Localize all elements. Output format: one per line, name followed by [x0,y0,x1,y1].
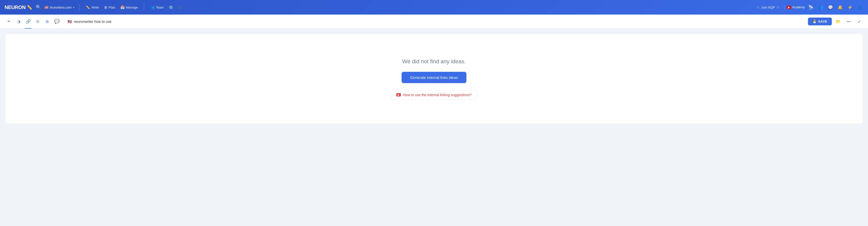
user-avatar-icon[interactable]: 👤 [856,4,864,11]
nav-right-divider [784,5,784,10]
star-icon: ☆ [756,5,760,9]
generate-btn-label: Generate internal links ideas [410,75,458,79]
youtube-play-icon: ▶ [396,93,401,96]
toolbar-separator [64,18,65,25]
chat-icon[interactable]: 💬 [827,4,834,11]
activity-icon[interactable]: ⚡ [846,4,854,11]
approve-icon[interactable]: ✓ [855,17,864,26]
users-icon[interactable]: 👥 [817,4,824,11]
top-navigation: NEURON ✏️ 🔍 🇺🇸 brunofaria.com ▾ ✏️ Write… [0,0,868,14]
toolbar-chat-icon[interactable]: 💬 [52,17,61,26]
star-filled-icon: ☆ [776,5,780,9]
main-content-area: We did not find any ideas. Generate inte… [0,29,868,226]
domain-selector[interactable]: 🇺🇸 brunofaria.com ▾ [44,5,74,9]
toolbar-feather-icon[interactable]: ✒ [4,17,13,26]
nav-divider-2 [144,4,144,11]
nav-item-write[interactable]: ✏️ Write [83,4,101,11]
editor-toolbar: ✒ ◑ 🔗 ⊞ G 💬 🇺🇸 neuronwriter how to use 💾… [0,14,868,29]
toolbar-page-flag: 🇺🇸 [68,20,72,24]
toolbar-page-title: neuronwriter how to use [74,20,111,24]
write-icon: ✏️ [86,5,90,9]
academy-label: Academy [792,5,805,9]
nav-item-write-label: Write [91,5,99,9]
nav-right-section: ☆ Join NQP ☆ ▶ Academy 📡 👥 💬 🔔 ⚡ 👤 [754,4,864,11]
toolbar-pie-icon[interactable]: ◑ [14,17,23,26]
nav-item-settings[interactable]: ⚙️ [166,4,176,11]
more-options-icon[interactable]: ••• [844,17,853,26]
save-icon: 💾 [812,20,817,23]
broadcast-icon[interactable]: 📡 [807,4,814,11]
logo-text: NEURON [4,4,26,10]
notification-icon[interactable]: 🔔 [837,4,844,11]
check-icon: ✔️ [178,5,182,9]
youtube-icon: ▶ [787,6,791,9]
plan-icon: ⊞ [104,5,107,9]
settings-icon: ⚙️ [169,5,173,9]
manage-icon: 📅 [120,5,125,9]
logo[interactable]: NEURON ✏️ [4,4,32,10]
folder-icon[interactable]: 📁 [834,17,842,26]
search-icon[interactable]: 🔍 [36,4,41,10]
nav-item-check[interactable]: ✔️ [176,4,185,11]
save-label: SAVE [818,20,827,23]
no-ideas-message: We did not find any ideas. [402,58,466,65]
join-nqp-label: Join NQP [761,5,775,9]
toolbar-right-actions: 💾 SAVE 📁 ••• ✓ [808,17,864,26]
how-to-video-link[interactable]: ▶ How to use the internal linking sugges… [391,90,477,100]
toolbar-page-title-section: 🇺🇸 neuronwriter how to use [68,20,111,24]
join-nqp-button[interactable]: ☆ Join NQP ☆ [754,4,782,10]
domain-text: brunofaria.com [50,5,72,9]
team-icon: 👥 [150,5,154,9]
domain-flag: 🇺🇸 [44,5,49,9]
nav-item-plan[interactable]: ⊞ Plan [102,4,118,11]
logo-icon: ✏️ [27,4,32,10]
domain-chevron-icon: ▾ [73,6,74,9]
toolbar-grid-icon[interactable]: ⊞ [33,17,42,26]
how-to-label: How to use the internal linking suggesti… [403,93,471,97]
save-button[interactable]: 💾 SAVE [808,18,832,25]
nav-item-team-label: Team [156,5,164,9]
toolbar-link-icon[interactable]: 🔗 [24,17,33,26]
nav-item-manage[interactable]: 📅 Manage [118,4,141,11]
toolbar-google-icon[interactable]: G [43,17,52,26]
nav-item-plan-label: Plan [109,5,115,9]
generate-internal-links-button[interactable]: Generate internal links ideas [402,72,466,83]
nav-item-team[interactable]: 👥 Team [148,4,166,11]
academy-button[interactable]: ▶ Academy [787,5,805,9]
nav-item-manage-label: Manage [126,5,138,9]
internal-links-card: We did not find any ideas. Generate inte… [5,34,863,124]
